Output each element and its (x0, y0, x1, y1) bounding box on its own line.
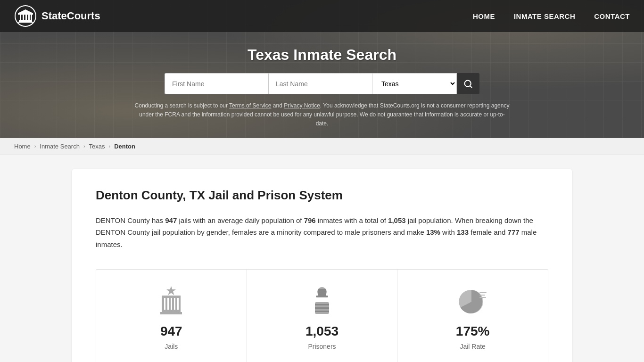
search-button[interactable] (457, 73, 479, 94)
content-title: Denton County, TX Jail and Prison System (96, 188, 548, 203)
stat-jail-rate: 175% Jail Rate (397, 270, 548, 362)
nav-contact[interactable]: CONTACT (594, 12, 630, 20)
page-title: Texas Inmate Search (9, 46, 635, 64)
search-icon (463, 79, 473, 89)
svg-line-11 (470, 85, 472, 87)
breadcrumb-sep-3: › (109, 143, 111, 149)
stat-jails-number: 947 (106, 324, 237, 339)
main-content: Denton County, TX Jail and Prison System… (63, 169, 581, 362)
logo-link[interactable]: StateCourts (14, 5, 100, 27)
breadcrumb: Home › Inmate Search › Texas › Denton (0, 138, 644, 155)
svg-rect-7 (18, 13, 33, 15)
breadcrumb-texas[interactable]: Texas (89, 143, 105, 150)
svg-rect-18 (177, 298, 179, 310)
terms-link[interactable]: Terms of Service (229, 102, 271, 109)
jail-icon (152, 284, 190, 317)
breadcrumb-sep-2: › (83, 143, 85, 149)
svg-rect-16 (171, 298, 172, 310)
svg-rect-2 (20, 14, 21, 20)
search-form: Select State Alabama Alaska Arizona Arka… (9, 73, 635, 94)
nav-inmate-search[interactable]: INMATE SEARCH (514, 12, 575, 20)
first-name-input[interactable] (165, 73, 268, 94)
stat-rate-label: Jail Rate (407, 343, 538, 350)
svg-rect-1 (19, 20, 32, 22)
stats-row: 947 Jails (96, 269, 548, 362)
svg-rect-22 (318, 289, 326, 296)
stat-prisoners-number: 1,053 (256, 324, 388, 339)
stat-rate-number: 175% (407, 324, 538, 339)
svg-rect-4 (25, 14, 27, 20)
svg-rect-14 (164, 298, 165, 310)
rate-icon (454, 284, 492, 317)
breadcrumb-sep-1: › (34, 143, 36, 149)
svg-rect-17 (174, 298, 175, 310)
svg-rect-19 (160, 312, 182, 314)
stat-prisoners-label: Prisoners (256, 343, 388, 350)
nav-links: HOME INMATE SEARCH CONTACT (473, 12, 630, 20)
header: StateCourts HOME INMATE SEARCH CONTACT T… (0, 0, 644, 138)
logo-text: StateCourts (41, 10, 100, 22)
svg-rect-15 (167, 298, 169, 310)
breadcrumb-current: Denton (114, 143, 135, 150)
svg-rect-9 (18, 22, 33, 23)
navigation: StateCourts HOME INMATE SEARCH CONTACT (0, 0, 644, 32)
svg-rect-5 (28, 14, 30, 20)
svg-marker-12 (166, 286, 176, 295)
nav-home[interactable]: HOME (473, 12, 495, 20)
svg-marker-8 (18, 9, 33, 13)
svg-rect-26 (315, 311, 329, 312)
svg-rect-28 (479, 292, 487, 293)
disclaimer-text: Conducting a search is subject to our Te… (133, 101, 511, 129)
state-select[interactable]: Select State Alabama Alaska Arizona Arka… (372, 73, 457, 94)
breadcrumb-home[interactable]: Home (14, 143, 31, 150)
svg-rect-30 (479, 297, 486, 298)
content-card: Denton County, TX Jail and Prison System… (72, 169, 572, 362)
logo-icon (14, 5, 37, 27)
breadcrumb-inmate-search[interactable]: Inmate Search (40, 143, 80, 150)
svg-rect-29 (479, 295, 485, 296)
svg-rect-24 (315, 304, 329, 305)
stat-prisoners: 1,053 Prisoners (247, 270, 398, 362)
last-name-input[interactable] (268, 73, 372, 94)
prisoner-icon (303, 284, 341, 317)
svg-rect-6 (31, 14, 32, 20)
header-content: Texas Inmate Search Select State Alabama… (0, 32, 644, 138)
content-description: DENTON County has 947 jails with an aver… (96, 214, 548, 251)
svg-rect-3 (23, 14, 24, 20)
privacy-link[interactable]: Privacy Notice (284, 102, 320, 109)
stat-jails-label: Jails (106, 343, 237, 350)
stat-jails: 947 Jails (96, 270, 247, 362)
svg-rect-25 (315, 307, 329, 309)
